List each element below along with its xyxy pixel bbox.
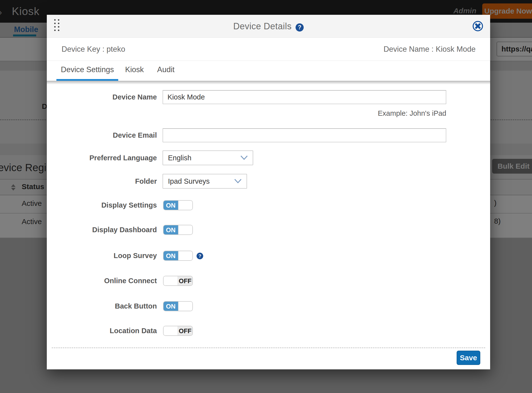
toggle-knob: [178, 251, 193, 260]
chevron-down-icon: [240, 155, 248, 161]
device-name-field-label: Device Name: [47, 90, 157, 104]
device-key-row: Device Key : pteko Device Name : Kiosk M…: [47, 38, 490, 61]
modal-title: Device Details: [233, 21, 292, 31]
help-icon[interactable]: ?: [296, 23, 304, 32]
toggle-knob: [178, 225, 193, 234]
screen: › Kiosk Admin Upgrade Now Mobile https:/…: [0, 0, 532, 393]
online-connect-toggle[interactable]: OFF: [163, 276, 193, 286]
folder-value: Ipad Surveys: [168, 174, 210, 188]
toggle-knob: [164, 326, 178, 335]
toggle-state-label: OFF: [178, 326, 193, 335]
close-icon[interactable]: [472, 20, 484, 32]
tab-kiosk[interactable]: Kiosk: [121, 61, 148, 81]
display-settings-toggle[interactable]: ON: [163, 200, 193, 210]
toggle-state-label: ON: [164, 302, 178, 311]
toggle-state-label: ON: [164, 251, 178, 260]
online-connect-label: Online Connect: [47, 276, 157, 286]
toggle-state-label: ON: [164, 201, 178, 210]
preferred-language-value: English: [168, 151, 191, 165]
device-email-input[interactable]: [163, 128, 446, 142]
modal-header[interactable]: Device Details?: [47, 15, 490, 38]
display-settings-label: Display Settings: [47, 200, 157, 210]
toggle-knob: [178, 302, 193, 311]
toggle-knob: [178, 201, 193, 210]
save-button[interactable]: Save: [457, 351, 480, 365]
location-data-toggle[interactable]: OFF: [163, 326, 193, 336]
tab-device-settings[interactable]: Device Settings: [56, 61, 118, 81]
preferred-language-field-label: Preferred Language: [47, 150, 157, 165]
toggle-state-label: ON: [164, 225, 178, 234]
device-name-hint: Example: John's iPad: [163, 109, 446, 117]
toggle-state-label: OFF: [178, 276, 193, 285]
location-data-label: Location Data: [47, 326, 157, 336]
tab-audit[interactable]: Audit: [153, 61, 179, 81]
toggle-knob: [164, 276, 178, 285]
footer-divider: [52, 347, 485, 348]
device-email-field-label: Device Email: [47, 128, 157, 142]
display-dashboard-toggle[interactable]: ON: [163, 225, 193, 235]
folder-select[interactable]: Ipad Surveys: [163, 174, 247, 189]
device-name-label: Device Name : Kiosk Mode: [383, 38, 476, 61]
loop-survey-toggle[interactable]: ON: [163, 251, 193, 261]
device-details-modal: Device Details? Device Key : pteko Devic…: [47, 15, 490, 369]
back-button-label: Back Button: [47, 301, 157, 311]
folder-field-label: Folder: [47, 174, 157, 189]
device-name-input[interactable]: [163, 90, 446, 104]
chevron-down-icon: [234, 178, 242, 184]
display-dashboard-label: Display Dashboard: [47, 225, 157, 235]
loop-survey-help-icon[interactable]: ?: [197, 253, 203, 259]
tab-shadow: [47, 81, 490, 84]
preferred-language-select[interactable]: English: [163, 150, 253, 165]
back-button-toggle[interactable]: ON: [163, 301, 193, 311]
device-key-label: Device Key : pteko: [62, 38, 125, 61]
loop-survey-label: Loop Survey: [47, 251, 157, 261]
modal-tabs: Device Settings Kiosk Audit: [47, 61, 490, 81]
